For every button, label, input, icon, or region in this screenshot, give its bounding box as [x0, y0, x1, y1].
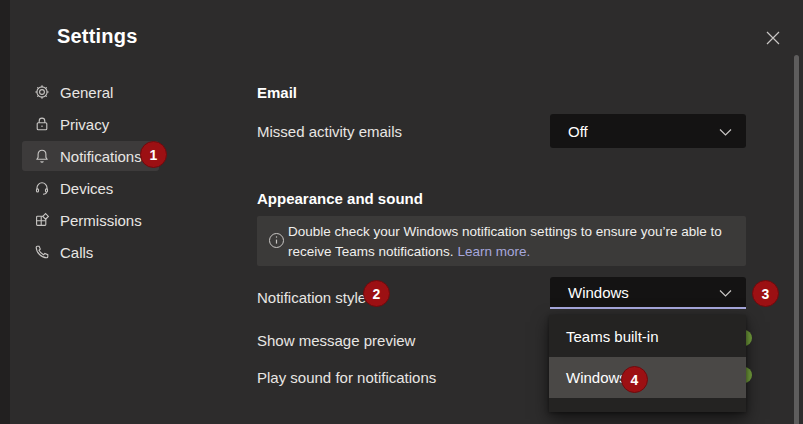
learn-more-link[interactable]: Learn more. — [457, 244, 530, 259]
notification-style-select[interactable]: Windows — [550, 277, 746, 309]
bell-icon — [33, 148, 50, 165]
menu-option-teams-built-in[interactable]: Teams built-in — [549, 315, 746, 357]
banner-line2: Teams notifications. — [335, 244, 454, 259]
missed-activity-label: Missed activity emails — [257, 123, 402, 140]
phone-icon — [33, 244, 50, 261]
windows-notification-banner: Double check your Windows notification s… — [257, 216, 746, 266]
notification-style-value: Windows — [568, 284, 629, 301]
missed-activity-select[interactable]: Off — [550, 114, 746, 148]
close-button[interactable] — [760, 26, 786, 52]
email-section-heading: Email — [257, 84, 297, 101]
info-icon — [268, 232, 285, 253]
settings-dialog: Settings General Privacy Notifications — [0, 0, 803, 424]
sidebar-item-calls[interactable]: Calls — [22, 237, 159, 267]
chevron-down-icon — [719, 284, 732, 301]
annotation-badge-3: 3 — [752, 280, 779, 307]
lock-icon — [33, 116, 50, 133]
banner-text: Double check your Windows notification s… — [288, 222, 738, 262]
sidebar-item-permissions[interactable]: Permissions — [22, 205, 159, 235]
close-icon — [766, 31, 780, 48]
headset-icon — [33, 180, 50, 197]
annotation-badge-2: 2 — [363, 280, 390, 307]
show-message-preview-label: Show message preview — [257, 332, 415, 349]
sidebar-item-label: General — [60, 84, 113, 101]
window-edge-strip — [0, 0, 10, 424]
menu-option-label: Teams built-in — [566, 328, 659, 345]
sidebar-item-label: Privacy — [60, 116, 109, 133]
gear-icon — [33, 84, 50, 101]
sidebar-item-label: Permissions — [60, 212, 142, 229]
chevron-down-icon — [719, 123, 732, 140]
notification-style-label: Notification style — [257, 289, 366, 306]
sidebar-item-notifications[interactable]: Notifications — [22, 141, 159, 171]
missed-activity-value: Off — [568, 123, 588, 140]
sidebar-item-label: Notifications — [60, 148, 142, 165]
annotation-badge-1: 1 — [140, 141, 167, 168]
sidebar-item-general[interactable]: General — [22, 77, 159, 107]
play-sound-label: Play sound for notifications — [257, 369, 436, 386]
appearance-section-heading: Appearance and sound — [257, 190, 423, 207]
sidebar-item-devices[interactable]: Devices — [22, 173, 159, 203]
sidebar-item-privacy[interactable]: Privacy — [22, 109, 159, 139]
page-title: Settings — [57, 25, 138, 48]
notification-style-dropdown-menu: Teams built-in Windows — [549, 315, 746, 412]
sidebar-item-label: Devices — [60, 180, 113, 197]
menu-option-label: Windows — [566, 369, 627, 386]
permissions-icon — [33, 212, 50, 229]
sidebar-item-label: Calls — [60, 244, 93, 261]
annotation-badge-4: 4 — [621, 366, 648, 393]
scrollbar-thumb[interactable] — [794, 55, 799, 424]
